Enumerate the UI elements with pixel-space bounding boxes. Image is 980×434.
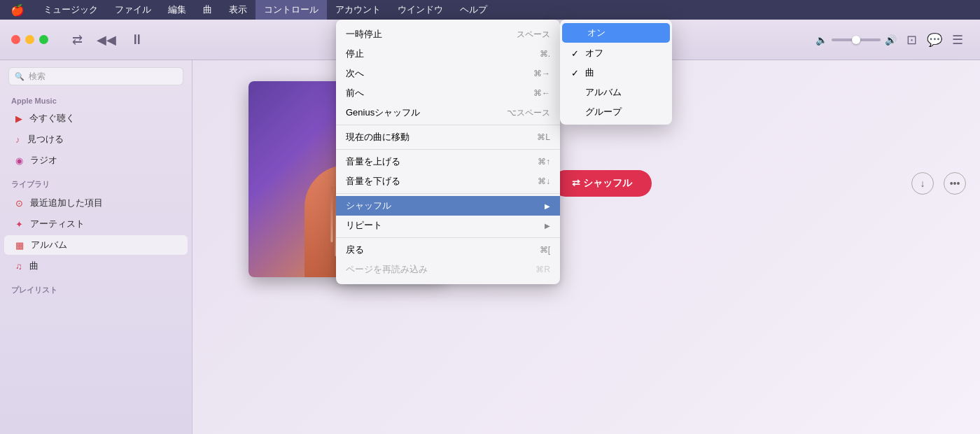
search-icon: 🔍 [15,72,24,81]
menu-group-2: 現在の曲に移動 ⌘L [336,125,560,149]
menu-song[interactable]: 曲 [195,0,220,20]
pause-button[interactable]: ⏸ [127,29,147,50]
volume-high-icon: 🔊 [885,34,897,46]
search-bar[interactable]: 🔍 検索 [8,67,183,85]
sidebar-item-browse[interactable]: ♪ 見つける [4,130,188,149]
menu-file[interactable]: ファイル [106,0,160,20]
minimize-button[interactable] [25,35,34,44]
shuffle-groups[interactable]: グループ [560,102,672,122]
volume-control[interactable]: 🔈 🔊 [816,34,897,46]
sidebar-item-songs-label: 曲 [29,260,38,272]
control-menu: 一時停止 スペース 停止 ⌘. 次へ ⌘→ 前へ ⌘← Geniusシャッフル … [336,20,560,284]
volume-slider[interactable] [832,38,881,41]
volume-low-icon: 🔈 [816,34,827,46]
apple-music-section-label: Apple Music [0,97,192,105]
sidebar-item-listen-now[interactable]: ▶ 今すぐ聴く [4,108,188,128]
menu-item-repeat[interactable]: リピート ▶ [336,216,560,235]
toolbar-right: 🔈 🔊 ⊡ 💬 ☰ [816,32,963,48]
menu-item-shuffle[interactable]: シャッフル ▶ [336,196,560,216]
menu-group-5: 戻る ⌘[ ページを再読み込み ⌘R [336,237,560,281]
content-action-icons: ↓ ••• [911,172,966,195]
menu-item-prev[interactable]: 前へ ⌘← [336,83,560,103]
shuffle-on[interactable]: オン [562,23,670,43]
shuffle-albums-label: アルバム [585,86,622,99]
sidebar-item-listen-now-label: 今すぐ聴く [29,112,75,125]
menu-view[interactable]: 表示 [220,0,255,20]
menu-control[interactable]: コントロール [255,0,327,20]
menu-edit[interactable]: 編集 [160,0,195,20]
search-placeholder: 検索 [29,71,46,83]
menu-item-stop[interactable]: 停止 ⌘. [336,44,560,64]
shuffle-songs[interactable]: ✓ 曲 [560,63,672,83]
shuffle-off-label: オフ [585,47,603,59]
traffic-lights [11,35,48,44]
airplay-button[interactable]: ⊡ [906,32,917,48]
menu-account[interactable]: アカウント [327,0,389,20]
more-options-button[interactable]: ••• [944,172,966,195]
lyrics-button[interactable]: 💬 [927,32,942,48]
play-circle-icon: ▶ [15,113,22,124]
menu-item-next[interactable]: 次へ ⌘→ [336,64,560,83]
menubar: 🍎 ミュージック ファイル 編集 曲 表示 コントロール アカウント ウインドウ… [0,0,980,20]
menu-item-pause[interactable]: 一時停止 スペース [336,24,560,44]
sidebar-item-recently-added-label: 最近追加した項目 [30,197,103,209]
music-note-icon: ♫ [15,261,22,272]
sidebar-item-artists-label: アーティスト [30,218,85,230]
back-button[interactable]: ◀◀ [94,29,119,50]
toolbar-controls: ⇄ ◀◀ ⏸ [69,29,147,50]
menu-music[interactable]: ミュージック [35,0,106,20]
apple-menu[interactable]: 🍎 [0,4,35,17]
sidebar-item-songs[interactable]: ♫ 曲 [4,256,188,276]
sidebar-item-albums-label: アルバム [31,239,67,251]
close-button[interactable] [11,35,20,44]
menu-item-genius-shuffle[interactable]: Geniusシャッフル ⌥スペース [336,103,560,122]
menu-group-3: 音量を上げる ⌘↑ 音量を下げる ⌘↓ [336,149,560,193]
sidebar-item-radio-label: ラジオ [30,154,57,167]
shuffle-off[interactable]: ✓ オフ [560,43,672,63]
album-icon: ▦ [15,240,24,251]
shuffle-groups-label: グループ [585,106,622,118]
sidebar-item-artists[interactable]: ✦ アーティスト [4,214,188,234]
browse-icon: ♪ [15,134,20,145]
fullscreen-button[interactable] [39,35,48,44]
clock-icon: ⊙ [15,198,23,209]
menu-help[interactable]: ヘルプ [451,0,496,20]
menu-window[interactable]: ウインドウ [389,0,451,20]
shuffle-button[interactable]: ⇄ [69,29,85,50]
menu-item-vol-down[interactable]: 音量を下げる ⌘↓ [336,172,560,191]
menu-item-back[interactable]: 戻る ⌘[ [336,240,560,260]
sidebar-item-browse-label: 見つける [27,133,64,146]
menu-group-1: 一時停止 スペース 停止 ⌘. 次へ ⌘→ 前へ ⌘← Geniusシャッフル … [336,22,560,125]
menu-item-reload[interactable]: ページを再読み込み ⌘R [336,260,560,279]
volume-knob [852,36,860,44]
artist-icon: ✦ [15,219,23,230]
shuffle-submenu: オン ✓ オフ ✓ 曲 アルバム グループ [560,20,672,125]
menu-item-go-current[interactable]: 現在の曲に移動 ⌘L [336,127,560,147]
menu-item-vol-up[interactable]: 音量を上げる ⌘↑ [336,152,560,172]
download-button[interactable]: ↓ [911,172,934,195]
library-section-label: ライブラリ [0,179,192,190]
radio-icon: ◉ [15,155,23,166]
check-off-icon: ✓ [570,48,580,59]
list-button[interactable]: ☰ [952,32,963,48]
shuffle-on-label: オン [587,27,606,39]
shuffle-play-button[interactable]: ⇄ シャッフル [552,170,652,197]
sidebar-item-albums[interactable]: ▦ アルバム [4,235,188,255]
shuffle-albums[interactable]: アルバム [560,83,672,102]
sidebar: 🔍 検索 Apple Music ▶ 今すぐ聴く ♪ 見つける ◉ ラジオ ライ… [0,60,192,434]
shuffle-songs-label: 曲 [585,66,594,79]
sidebar-item-radio[interactable]: ◉ ラジオ [4,150,188,170]
menu-group-4: シャッフル ▶ リピート ▶ [336,193,560,237]
playlists-section-label: プレイリスト [0,285,192,295]
sidebar-item-recently-added[interactable]: ⊙ 最近追加した項目 [4,193,188,213]
check-songs-icon: ✓ [570,68,580,78]
